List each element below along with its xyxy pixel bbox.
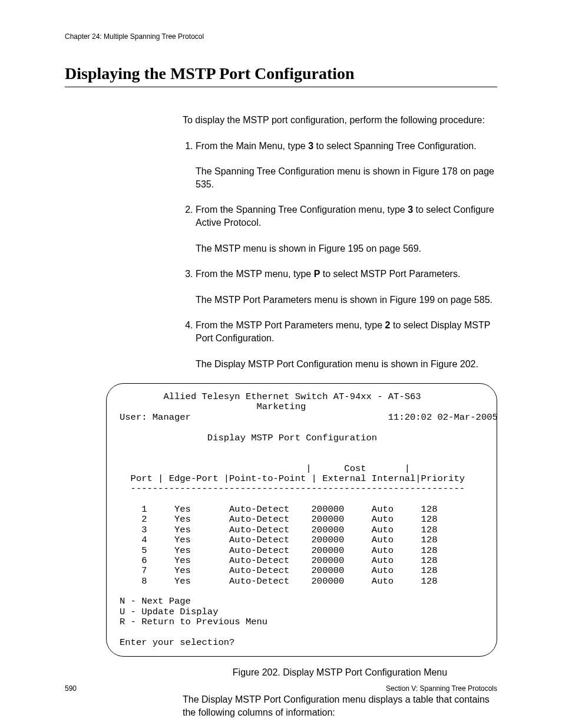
page-title: Displaying the MSTP Port Configuration <box>65 64 497 83</box>
step-3-key: P <box>314 269 320 279</box>
step-4: From the MSTP Port Parameters menu, type… <box>196 319 497 370</box>
step-2-sub: The MSTP menu is shown in Figure 195 on … <box>196 242 497 255</box>
step-2-text-a: From the Spanning Tree Configuration men… <box>196 205 408 215</box>
step-3-text-a: From the MSTP menu, type <box>196 269 314 279</box>
figure-caption: Figure 202. Display MSTP Port Configurat… <box>183 667 497 678</box>
after-figure-text: The Display MSTP Port Configuration menu… <box>183 693 497 719</box>
step-1-sub: The Spanning Tree Configuration menu is … <box>196 165 497 190</box>
after-figure-paragraph: The Display MSTP Port Configuration menu… <box>183 693 497 719</box>
page-footer: 590 Section V: Spanning Tree Protocols <box>65 684 497 693</box>
step-3-sub: The MSTP Port Parameters menu is shown i… <box>196 294 497 307</box>
page-number: 590 <box>65 684 77 693</box>
step-4-sub: The Display MSTP Port Configuration menu… <box>196 358 497 371</box>
step-4-text-a: From the MSTP Port Parameters menu, type <box>196 320 385 330</box>
step-2: From the Spanning Tree Configuration men… <box>196 203 497 255</box>
section-label: Section V: Spanning Tree Protocols <box>386 684 497 693</box>
intro-paragraph: To display the MSTP port configuration, … <box>183 114 497 127</box>
step-1: From the Main Menu, type 3 to select Spa… <box>196 140 497 191</box>
step-3: From the MSTP menu, type P to select MST… <box>196 268 497 306</box>
title-rule <box>65 87 497 87</box>
step-1-key: 3 <box>308 141 313 151</box>
procedure-list: From the Main Menu, type 3 to select Spa… <box>183 140 497 371</box>
step-3-text-c: to select MSTP Port Parameters. <box>320 269 460 279</box>
step-4-key: 2 <box>385 320 391 330</box>
step-1-text-c: to select Spanning Tree Configuration. <box>313 141 477 151</box>
terminal-screenshot: Allied Telesyn Ethernet Switch AT-94xx -… <box>106 383 497 657</box>
step-2-key: 3 <box>408 205 413 215</box>
body-column: To display the MSTP port configuration, … <box>183 114 497 370</box>
chapter-header: Chapter 24: Multiple Spanning Tree Proto… <box>65 32 497 41</box>
step-1-text-a: From the Main Menu, type <box>196 141 308 151</box>
